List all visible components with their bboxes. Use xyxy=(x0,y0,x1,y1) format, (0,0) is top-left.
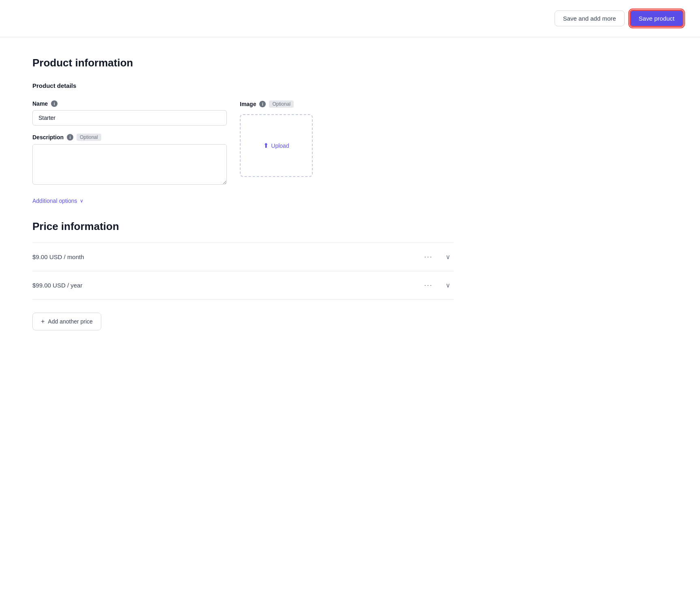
add-another-price-button[interactable]: + Add another price xyxy=(32,313,101,330)
add-price-label: Add another price xyxy=(48,318,93,325)
name-info-icon[interactable]: i xyxy=(51,100,58,107)
image-label: Image xyxy=(240,101,256,107)
price-dots-menu-monthly[interactable]: ··· xyxy=(421,251,436,263)
main-content: Product information Product details Name… xyxy=(0,37,486,350)
product-details-subtitle: Product details xyxy=(32,82,454,89)
price-information-title: Price information xyxy=(32,220,454,233)
upload-text: Upload xyxy=(271,143,289,149)
header-bar: Save and add more Save product xyxy=(0,0,700,37)
image-info-icon[interactable]: i xyxy=(259,101,266,107)
price-dots-menu-yearly[interactable]: ··· xyxy=(421,279,436,291)
name-label: Name xyxy=(32,100,48,107)
additional-options-toggle[interactable]: Additional options ∨ xyxy=(32,198,83,204)
price-chevron-monthly[interactable]: ∨ xyxy=(442,251,454,262)
price-chevron-yearly[interactable]: ∨ xyxy=(442,280,454,291)
save-product-button[interactable]: Save product xyxy=(630,10,684,27)
price-text-yearly: $99.00 USD / year xyxy=(32,282,82,289)
name-label-row: Name i xyxy=(32,100,227,107)
description-info-icon[interactable]: i xyxy=(67,134,73,140)
description-label-row: Description i Optional xyxy=(32,134,227,141)
product-information-title: Product information xyxy=(32,57,454,69)
description-textarea[interactable] xyxy=(32,144,227,185)
name-form-group: Name i xyxy=(32,100,227,126)
price-actions-monthly: ··· ∨ xyxy=(421,251,454,263)
price-actions-yearly: ··· ∨ xyxy=(421,279,454,291)
save-and-add-more-button[interactable]: Save and add more xyxy=(555,11,625,26)
product-form-grid: Name i Description i Optional Image xyxy=(32,100,454,185)
price-text-monthly: $9.00 USD / month xyxy=(32,253,84,260)
right-column: Image i Optional ⬆ Upload xyxy=(240,100,454,185)
price-list: $9.00 USD / month ··· ∨ $99.00 USD / yea… xyxy=(32,243,454,300)
description-optional-badge: Optional xyxy=(77,134,101,141)
left-column: Name i Description i Optional xyxy=(32,100,227,185)
image-label-row: Image i Optional xyxy=(240,100,454,108)
additional-options-chevron-icon: ∨ xyxy=(80,198,83,204)
upload-icon: ⬆ xyxy=(263,142,269,149)
name-input[interactable] xyxy=(32,110,227,126)
price-item: $99.00 USD / year ··· ∨ xyxy=(32,271,454,300)
image-upload-area[interactable]: ⬆ Upload xyxy=(240,114,313,177)
additional-options-label: Additional options xyxy=(32,198,77,204)
description-form-group: Description i Optional xyxy=(32,134,227,185)
price-item: $9.00 USD / month ··· ∨ xyxy=(32,243,454,271)
image-optional-badge: Optional xyxy=(269,100,294,108)
image-form-group: Image i Optional ⬆ Upload xyxy=(240,100,454,177)
plus-icon: + xyxy=(41,318,45,325)
description-label: Description xyxy=(32,134,64,140)
upload-label: ⬆ Upload xyxy=(263,142,289,149)
